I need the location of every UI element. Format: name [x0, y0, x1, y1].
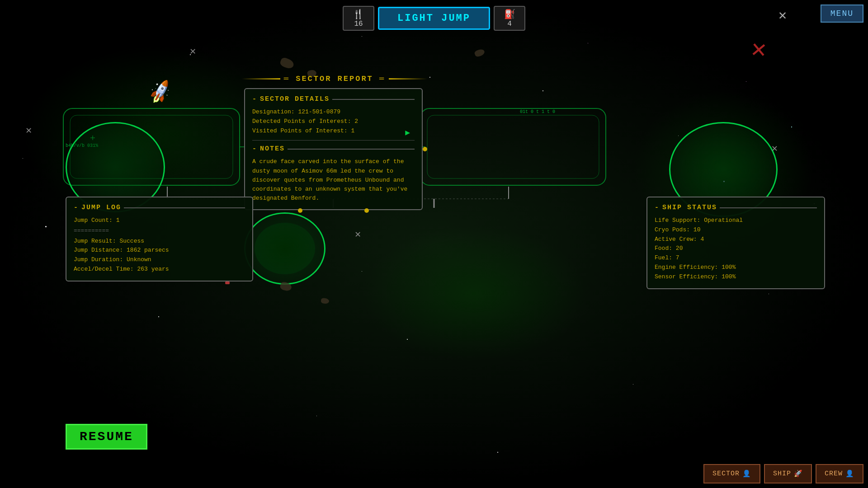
food-row: Food: 20 — [655, 244, 817, 253]
sector-report-header: ═ SECTOR REPORT ═ — [242, 75, 427, 83]
jump-result-row: Jump Result: Success — [74, 237, 245, 246]
crew-button[interactable]: CREW 👤 — [816, 464, 863, 483]
fuel-row: Fuel: 7 — [655, 253, 817, 263]
star — [316, 416, 317, 416]
title-line — [288, 149, 415, 150]
star — [769, 294, 769, 294]
title-line — [124, 207, 245, 208]
star — [542, 90, 543, 91]
ship-status-title: SHIP STATUS — [655, 204, 817, 211]
star — [588, 43, 588, 43]
light-jump-button[interactable]: LIGHT JUMP — [378, 7, 490, 30]
detected-row: Detected Points of Interest: 2 — [252, 117, 415, 127]
jump-log-content: Jump Count: 1 ========== Jump Result: Su… — [74, 216, 245, 274]
connector-bottom-right — [364, 208, 369, 213]
top-hud: 🍴 16 LIGHT JUMP ⛽ 4 — [0, 0, 868, 36]
sector-label: SECTOR — [712, 470, 740, 478]
nebula — [362, 226, 588, 361]
ship-button[interactable]: SHIP 🚀 — [764, 464, 812, 483]
sector-details-panel: SECTOR DETAILS Designation: 121-501-0879… — [244, 88, 423, 210]
ship-label: SHIP — [773, 470, 791, 478]
cryo-pods-row: Cryo Pods: 10 — [655, 225, 817, 235]
star — [746, 81, 746, 82]
menu-button[interactable]: MENU — [821, 5, 863, 23]
jump-count-row: Jump Count: 1 — [74, 216, 245, 225]
notes-title: NOTES — [252, 145, 415, 153]
x-marker-red: ✕ — [750, 33, 768, 66]
sector-icon: 👤 — [742, 469, 751, 478]
crew-label: CREW — [825, 470, 843, 478]
planet-bottom-center — [244, 212, 326, 285]
fuel-icon: ⛽ — [504, 9, 515, 20]
active-crew-row: Active Crew: 4 — [655, 235, 817, 244]
accel-decel-row: Accel/Decel Time: 263 years — [74, 265, 245, 274]
star — [45, 226, 47, 227]
connector-right — [423, 147, 427, 151]
star — [429, 77, 430, 78]
life-support-row: Life Support: Operational — [655, 216, 817, 225]
ship-status-content: Life Support: Operational Cryo Pods: 10 … — [655, 216, 817, 282]
ship-icon: 🚀 — [794, 469, 803, 478]
fuel-resource-box: ⛽ 4 — [494, 6, 525, 31]
crew-icon: 👤 — [845, 469, 854, 478]
bottom-right-hud: SECTOR 👤 SHIP 🚀 CREW 👤 — [703, 464, 863, 483]
food-icon: 🍴 — [353, 9, 364, 20]
food-resource-box: 🍴 16 — [343, 6, 374, 31]
designation-row: Designation: 121-501-0879 — [252, 108, 415, 117]
jump-log-panel: JUMP LOG Jump Count: 1 ========== Jump R… — [66, 197, 253, 282]
title-line — [332, 99, 415, 100]
sector-button[interactable]: SECTOR 👤 — [703, 464, 760, 483]
star — [362, 271, 362, 272]
title-line — [720, 207, 817, 208]
status-dot — [225, 282, 230, 284]
separator-row: ========== — [74, 226, 245, 236]
close-button[interactable]: ✕ — [778, 7, 787, 23]
star — [497, 452, 498, 453]
food-value: 16 — [354, 20, 363, 28]
jump-duration-row: Jump Duration: Unknown — [74, 255, 245, 265]
star — [23, 158, 23, 159]
notes-content: A crude face carved into the surface of … — [252, 157, 415, 203]
sector-arrow-marker: ▶ — [405, 127, 410, 140]
separator — [252, 140, 415, 141]
sector-details-title: SECTOR DETAILS — [252, 95, 415, 103]
jump-log-title: JUMP LOG — [74, 204, 245, 211]
sector-details-content: Designation: 121-501-0879 Detected Point… — [252, 108, 415, 136]
sensor-eff-row: Sensor Efficiency: 100% — [655, 272, 817, 282]
ship-status-panel: SHIP STATUS Life Support: Operational Cr… — [646, 197, 825, 289]
visited-row: Visited Points of Interest: 1 ▶ — [252, 127, 415, 136]
engine-eff-row: Engine Efficiency: 100% — [655, 263, 817, 272]
star — [158, 316, 159, 317]
fuel-value: 4 — [507, 20, 512, 28]
jump-distance-row: Jump Distance: 1862 parsecs — [74, 246, 245, 255]
star — [362, 36, 362, 37]
header-line-right — [389, 78, 427, 80]
header-line-left — [242, 78, 280, 80]
sector-report-title: ═ SECTOR REPORT ═ — [284, 75, 385, 83]
resume-button[interactable]: RESUME — [66, 424, 147, 450]
star — [633, 384, 633, 385]
